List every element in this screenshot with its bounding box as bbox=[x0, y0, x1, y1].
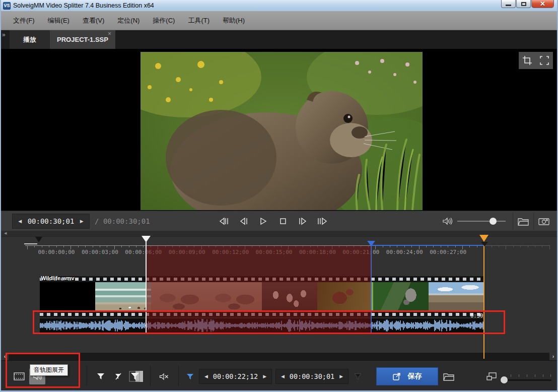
app-logo-icon: VS bbox=[3, 2, 11, 10]
marker-slash-icon bbox=[114, 372, 123, 380]
tab-overflow-chevron[interactable]: » bbox=[2, 31, 6, 38]
thumbnail-horses-on-beach bbox=[95, 282, 151, 311]
minimize-button[interactable] bbox=[501, 0, 516, 8]
tab-bar: » 播放 PROJECT-1.SSP × bbox=[1, 30, 557, 49]
duration-label: / 00:00:30;01 bbox=[95, 217, 150, 225]
video-preview-area bbox=[1, 49, 557, 211]
close-button[interactable]: ✕ bbox=[531, 0, 554, 8]
timeline-panel[interactable]: 00:00:00;0000:00:03;0000:00:06;0000:00:0… bbox=[1, 237, 557, 353]
marker-funnel-icon bbox=[96, 372, 105, 380]
ruler-label: 00:00:24;00 bbox=[386, 249, 423, 255]
volume-slider-thumb[interactable] bbox=[490, 218, 497, 225]
menu-file[interactable]: 文件(F) bbox=[7, 14, 41, 27]
fragment-start-marker[interactable] bbox=[367, 241, 375, 246]
maximize-icon bbox=[521, 2, 526, 6]
marker-invert-icon bbox=[128, 371, 144, 382]
playhead-shadow-marker bbox=[481, 242, 488, 246]
tab-play[interactable]: 播放 bbox=[10, 30, 50, 49]
crop-icon[interactable] bbox=[522, 55, 532, 66]
minimize-icon bbox=[506, 5, 511, 6]
ruler-label: 00:00:00;00 bbox=[38, 249, 75, 255]
open-file-button[interactable] bbox=[515, 213, 531, 229]
app-window: VS SolveigMM Video Splitter 7.4 Business… bbox=[0, 0, 558, 392]
fragment-end-time[interactable]: 00:00:30;01 bbox=[290, 372, 334, 380]
speaker-icon[interactable] bbox=[442, 217, 452, 225]
begin-time-increment[interactable]: ▶ bbox=[258, 369, 271, 383]
tab-close-icon[interactable]: × bbox=[108, 31, 111, 37]
window-title: SolveigMM Video Splitter 7.4 Business Ed… bbox=[13, 2, 154, 9]
close-icon: ✕ bbox=[540, 1, 545, 7]
mute-fragment-button[interactable] bbox=[156, 368, 172, 384]
ruler-label: 00:00:27;00 bbox=[430, 249, 466, 255]
current-time-value[interactable]: 00:00:30;01 bbox=[28, 217, 75, 225]
save-button[interactable]: 保存 bbox=[376, 367, 438, 385]
video-frame bbox=[141, 52, 423, 210]
previous-keyframe-button[interactable] bbox=[217, 214, 232, 229]
splitter-collapse-icon[interactable]: ◀ bbox=[4, 231, 7, 235]
marmot-video-still bbox=[141, 52, 423, 210]
menu-tools[interactable]: 工具(T) bbox=[182, 14, 216, 27]
fullscreen-icon[interactable] bbox=[539, 55, 549, 66]
thumbnail-black-frame bbox=[40, 282, 95, 311]
maximize-button[interactable] bbox=[516, 0, 531, 8]
tooltip: 音轨图展开 bbox=[30, 364, 68, 376]
menu-position[interactable]: 定位(N) bbox=[111, 14, 146, 27]
timeline-zoom-slider[interactable] bbox=[501, 379, 551, 381]
mute-icon bbox=[159, 373, 169, 380]
output-folder-button[interactable] bbox=[441, 368, 457, 384]
timeline-scrollbar[interactable]: ‹ › bbox=[1, 353, 557, 360]
ruler-label: 00:00:03;00 bbox=[82, 249, 118, 255]
menu-view[interactable]: 查看(V) bbox=[77, 14, 110, 27]
fragment-end-time-spinner: ◀ 00:00:30;01 ▶ bbox=[275, 369, 348, 384]
timeline-zoom-button[interactable] bbox=[484, 368, 499, 384]
scroll-right-button[interactable]: › bbox=[549, 353, 557, 360]
menu-bar: 文件(F) 编辑(E) 查看(V) 定位(N) 操作(C) 工具(T) 帮助(H… bbox=[1, 11, 557, 30]
stop-button[interactable] bbox=[275, 214, 291, 229]
cut-marker-handle[interactable] bbox=[142, 236, 151, 242]
volume-slider[interactable] bbox=[457, 221, 506, 222]
playhead-line[interactable] bbox=[483, 243, 484, 359]
time-step-forward-button[interactable]: ▶ bbox=[74, 214, 89, 228]
menu-operations[interactable]: 操作(C) bbox=[147, 14, 181, 27]
transport-controls bbox=[217, 214, 330, 229]
menu-edit[interactable]: 编辑(E) bbox=[42, 14, 76, 27]
thumbnail-koala bbox=[373, 282, 429, 311]
clip-name-label: Wildlife.wmv bbox=[41, 275, 75, 281]
title-bar[interactable]: VS SolveigMM Video Splitter 7.4 Business… bbox=[1, 0, 557, 11]
time-step-back-button[interactable]: ◀ bbox=[13, 214, 28, 228]
next-frame-button[interactable] bbox=[295, 214, 310, 229]
end-time-increment[interactable]: ▶ bbox=[334, 369, 348, 383]
set-end-marker-button[interactable] bbox=[351, 368, 364, 384]
fragment-range-line bbox=[371, 245, 485, 246]
timeline-start-marker[interactable] bbox=[35, 237, 42, 242]
begin-marker-blue-icon bbox=[186, 373, 194, 380]
begin-time-decrement[interactable]: ◀ bbox=[199, 369, 213, 383]
snapshot-camera-button[interactable] bbox=[536, 213, 552, 229]
menu-help[interactable]: 帮助(H) bbox=[217, 14, 251, 27]
export-icon bbox=[393, 372, 401, 380]
folder-icon bbox=[443, 372, 454, 381]
next-keyframe-button[interactable] bbox=[315, 214, 330, 229]
fragment-begin-time[interactable]: 00:00:22;12 bbox=[213, 372, 258, 380]
fragment-begin-time-spinner: ◀ 00:00:22;12 ▶ bbox=[199, 369, 272, 384]
panel-splitter[interactable]: ◀ bbox=[1, 231, 557, 237]
set-begin-marker-button[interactable] bbox=[183, 368, 196, 384]
play-button[interactable] bbox=[256, 214, 271, 229]
end-marker-dark-icon bbox=[354, 373, 362, 380]
zoom-scale-icon bbox=[486, 372, 497, 381]
save-label: 保存 bbox=[408, 372, 422, 381]
timeline-zoom-thumb[interactable] bbox=[501, 376, 508, 383]
tab-project[interactable]: PROJECT-1.SSP bbox=[50, 30, 115, 49]
volume-group bbox=[442, 211, 552, 231]
trim-start-bar bbox=[24, 243, 37, 244]
playback-control-bar: ◀ 00:00:30;01 ▶ / 00:00:30;01 bbox=[1, 211, 557, 231]
preview-tools bbox=[519, 52, 553, 69]
invert-selection-button[interactable] bbox=[127, 368, 145, 384]
playhead-marker[interactable] bbox=[479, 235, 489, 242]
remove-marker-button[interactable] bbox=[110, 368, 126, 384]
add-marker-button[interactable] bbox=[93, 368, 109, 384]
annotation-audio-track bbox=[33, 310, 505, 334]
end-time-decrement[interactable]: ◀ bbox=[276, 369, 290, 383]
current-time-spinner: ◀ 00:00:30;01 ▶ bbox=[12, 214, 90, 229]
previous-frame-button[interactable] bbox=[236, 214, 251, 229]
